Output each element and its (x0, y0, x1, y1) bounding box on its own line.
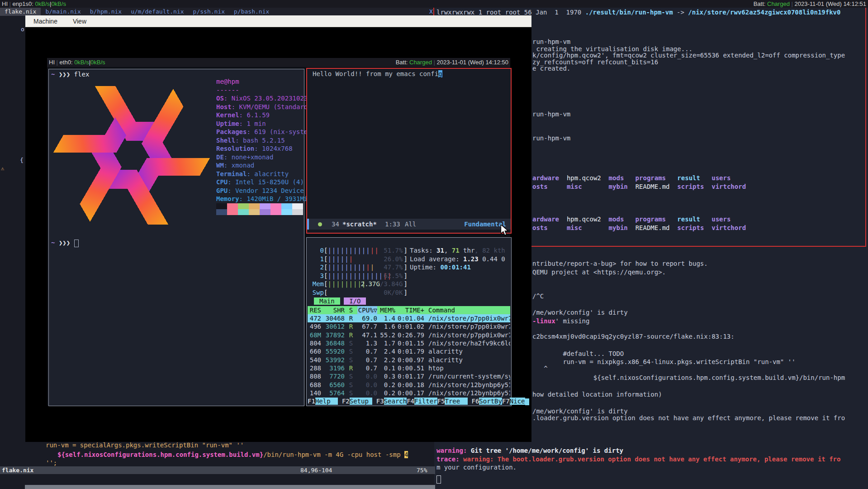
meter-bars: ||||||||||| (327, 263, 375, 271)
process-row[interactable]: 2883196R0.70.10:00.51htop (308, 364, 510, 372)
process-row[interactable]: 66055920S0.72.40:01.79alacritty (308, 347, 510, 355)
xmobar-outer: HI | enp1s0: 0kB/s|0kB/s Batt: Charged |… (0, 0, 868, 8)
separator: | (432, 59, 437, 66)
meter-field: |||||||||||47.7% (327, 263, 403, 271)
vim-tab-ssh[interactable]: p/ssh.nix (189, 8, 229, 16)
menu-view[interactable]: View (73, 15, 86, 27)
text-segment: Git tree '/home/me/work/config' is dirty (467, 447, 623, 454)
spacer (704, 224, 711, 231)
battery-label: Batt: (396, 59, 409, 66)
meter-label: 0 (308, 246, 324, 254)
error-fragment: -linux (532, 317, 555, 325)
column-time[interactable]: TIME+ (395, 306, 424, 314)
column-res[interactable]: RES (308, 306, 321, 314)
buffer-status-dot (318, 222, 322, 226)
emacs-window[interactable]: Hello World!! from my emacs config 34 *s… (306, 68, 512, 234)
vim-tab-bash[interactable]: p/bash.nix (229, 8, 274, 16)
fkey[interactable]: F2 (342, 398, 350, 405)
net-tx: 0kB/s (90, 59, 105, 66)
dir-name: ardware (532, 216, 559, 223)
info-value: 1024x768 (262, 145, 292, 152)
tab-io[interactable]: I/O (344, 297, 366, 305)
qemu-vm-window[interactable]: Machine View HI | eth0: 0kB/s|0kB/s Batt… (25, 15, 531, 442)
process-row[interactable]: 47230468R69.01.40:01.04/nix/store/p7pp0i… (308, 314, 510, 322)
statusline-percent: 75% (417, 466, 427, 474)
prompt-chevrons-icon: ❯❯❯ (59, 71, 70, 78)
process-row[interactable]: 54053992S0.72.20:00.97alacritty (308, 356, 510, 364)
process-row[interactable]: 68M37892R47.155.20:26.79/nix/store/p7pp0… (308, 331, 510, 339)
fkey[interactable]: F3 (376, 398, 384, 405)
htop-tabs: Main I/O (314, 297, 366, 305)
close-icon[interactable]: X (427, 8, 435, 16)
info-value: 6.1.59 (247, 111, 270, 119)
process-row[interactable]: 49630612R67.71.60:01.02/nix/store/p7pp0i… (308, 322, 510, 331)
vim-tab-default[interactable]: u/m/default.nix (126, 8, 188, 16)
column-cpu-sort[interactable]: CPU%▽ (357, 306, 377, 314)
symlink-target: /nix/store/rwv62az54zgiwcx0708li0n19fkv0 (688, 9, 840, 16)
menu-machine[interactable]: Machine (33, 15, 57, 27)
fkey-label[interactable]: Nice (510, 398, 525, 405)
process-row[interactable]: 8087720S0.00.30:01.17/run/current-system… (308, 372, 510, 380)
fkey-label[interactable]: Search (384, 398, 407, 405)
vm-framebuffer[interactable]: HI | eth0: 0kB/s|0kB/s Batt: Charged | 2… (47, 58, 510, 406)
fkey[interactable]: F7 (502, 398, 510, 405)
vim-tab-hpm[interactable]: b/hpm.nix (85, 8, 126, 16)
process-row[interactable]: 1405764S0.00.20:00.17/nix/store/12bynbp6… (308, 389, 510, 397)
meter-label: 3 (308, 272, 324, 280)
dir-name: mods (609, 174, 624, 182)
dir-listing-line: osts misc mybin README.md scripts virtch… (532, 182, 746, 191)
htop-fkey-bar: F1Help F2Setup F3SearchF4FilterF5Tree F6… (308, 397, 529, 405)
separator: | (55, 59, 60, 66)
fkey[interactable]: F6 (472, 398, 479, 405)
htop-window[interactable]: 0[||||||||||||51.7%] 1[||||||26.0%] 2[||… (306, 237, 512, 406)
fkey[interactable]: F5 (437, 398, 445, 405)
dir-name: users (711, 174, 730, 182)
palette-swatch (227, 203, 238, 209)
tab-main[interactable]: Main (314, 297, 340, 305)
column-shr[interactable]: SHR (321, 306, 345, 314)
clock: 2023-11-01 (Wed) 14:12:51 (794, 0, 866, 7)
fkey-label[interactable]: Help (315, 398, 338, 405)
palette-swatch (292, 203, 303, 209)
neofetch-info-line: OS: NixOS 23.05.20231023 (216, 94, 308, 102)
process-row[interactable]: 6886560S0.00.20:00.18/nix/store/12bynbp6… (308, 381, 510, 389)
vim-tab-flake[interactable]: flake.nix (0, 8, 41, 16)
fkey-label[interactable]: Setup (350, 398, 373, 405)
palette-swatch (281, 203, 292, 209)
terminal-line: e created. (532, 64, 570, 72)
terminal-line: run-hpm-vm (532, 110, 570, 118)
uptime: Uptime: 00:01:41 (410, 263, 471, 271)
fkey[interactable]: F1 (308, 398, 315, 405)
vim-cursor: 4 (404, 451, 408, 458)
neofetch-info-line: Host: KVM/QEMU (Standard (216, 103, 308, 111)
process-row[interactable]: 80436848S1.31.70:01.15/nix/store/ha2fv9k… (308, 339, 510, 347)
info-label: Packages (216, 128, 247, 135)
fkey-label[interactable]: Tree (445, 398, 468, 405)
column-command[interactable]: Command (424, 306, 510, 314)
dir-name: osts (532, 224, 548, 231)
nix-string: /bin/run-hpm-vm -m 4G -cpu host -smp (263, 451, 404, 458)
nix-error-location: c2bcsm4xmj0vd0capi9q2yc0yzl87-source/fla… (532, 332, 735, 340)
column-state[interactable]: S (345, 306, 357, 314)
fkey-label[interactable]: Filter (414, 398, 437, 405)
vim-text-fragment: { (20, 157, 24, 163)
meter-bars: ||||||||||||||| (327, 272, 391, 280)
dir-name: mybin (609, 224, 628, 231)
dir-name: programs (636, 174, 666, 182)
htop-table-header: RES SHR S CPU%▽ MEM% TIME+ Command (308, 306, 510, 314)
terminal-line: #default... TODO (532, 350, 624, 358)
modeline-major-mode: Fundamental (464, 219, 506, 230)
net-rx: 0kB/s (74, 59, 89, 66)
column-mem[interactable]: MEM% (377, 306, 395, 314)
vim-tab-main[interactable]: b/main.nix (41, 8, 85, 16)
dir-name: ardware (532, 174, 559, 182)
warning-label: warning: (436, 447, 467, 454)
hostname: HI (49, 59, 55, 66)
terminal-neofetch-window[interactable]: ~ ❯❯❯ flex me@hp (48, 69, 304, 406)
meter-percent: 51.7% (384, 246, 403, 254)
info-value: KVM/QEMU (Standard (239, 103, 308, 110)
fkey[interactable]: F4 (407, 398, 414, 405)
fkey-label[interactable]: SortBy (479, 398, 502, 405)
neofetch-separator: ------ (216, 86, 239, 94)
tasks-summary: Tasks: 31, 71 thr, 82 kth (410, 246, 505, 254)
